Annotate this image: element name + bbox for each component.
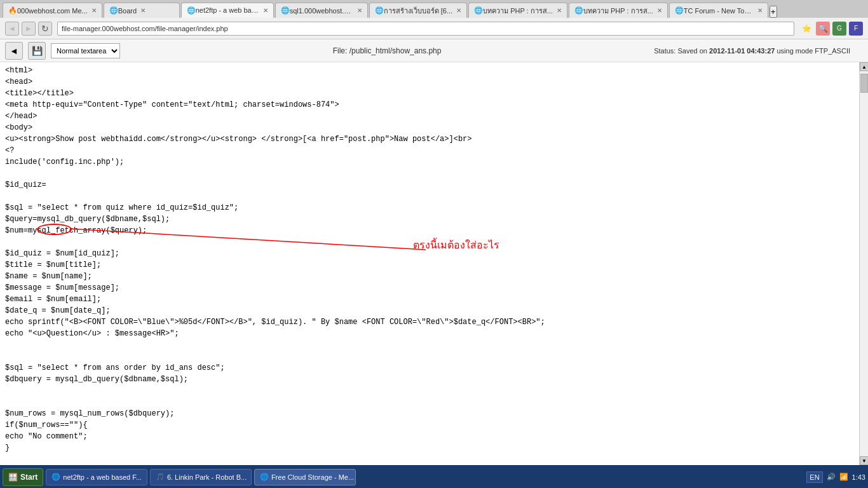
taskbar-item-1-label: net2ftp - a web based F... — [63, 473, 142, 481]
fm-status: Status: Saved on 2012-11-01 04:43:27 usi… — [654, 47, 863, 55]
code-line: echo "No comment"; — [5, 431, 854, 442]
tab-8[interactable]: 🌐 TC Forum - New Top... ✕ — [669, 3, 768, 18]
code-line: <u><strong>Show post webthaidd.com</stro… — [5, 133, 854, 145]
reload-button[interactable]: ↻ — [38, 22, 52, 36]
scrollbar[interactable]: ▲ ▼ — [859, 62, 868, 465]
search-icon[interactable]: 🔍 — [816, 22, 830, 36]
tab-8-close[interactable]: ✕ — [757, 7, 763, 14]
navigation-bar: ◄ ► ↻ file-manager.000webhost.com/file-m… — [0, 18, 868, 39]
tab-4-label: sql1.000webhost.co... — [290, 7, 353, 15]
scroll-track[interactable] — [860, 71, 868, 456]
start-button[interactable]: 🪟 Start — [3, 468, 43, 486]
code-line — [5, 339, 854, 351]
tab-2-close[interactable]: ✕ — [140, 7, 146, 14]
code-line: $sql = "select * from ans order by id_an… — [5, 362, 854, 374]
code-line: $num=mysql_fetch_array($query); — [5, 225, 854, 236]
code-line: <head> — [5, 76, 854, 88]
save-fm-button[interactable]: 💾 — [28, 42, 46, 60]
tab-6[interactable]: 🌐 บทความ PHP : การส... ✕ — [468, 3, 567, 18]
code-line: $query=mysql_db_query($dbname,$sql); — [5, 214, 854, 225]
tab-3[interactable]: 🌐 net2ftp - a web base... ✕ — [181, 3, 274, 18]
file-path-label: File: /public_html/show_ans.php — [125, 46, 649, 55]
tab-2-icon: 🌐 — [109, 6, 118, 15]
tab-5-close[interactable]: ✕ — [456, 7, 461, 14]
tab-bar: 🔥 000webhost.com Me... ✕ 🌐 Board ✕ 🌐 net… — [0, 0, 868, 18]
start-icon: 🪟 — [8, 473, 18, 482]
tab-7-label: บทความ PHP : การส... — [583, 5, 653, 17]
tab-1-close[interactable]: ✕ — [92, 7, 97, 14]
code-line: echo "<u>Question</u> : $message<HR>"; — [5, 328, 854, 339]
taskbar-item-1-icon: 🌐 — [51, 473, 60, 481]
taskbar: 🪟 Start 🌐 net2ftp - a web based F... 🎵 6… — [0, 465, 868, 488]
back-fm-icon: ◄ — [10, 46, 18, 56]
tab-4-close[interactable]: ✕ — [357, 7, 362, 14]
tab-3-icon: 🌐 — [187, 6, 196, 15]
mode-select[interactable]: Normal textarea — [51, 43, 120, 58]
tab-4-icon: 🌐 — [281, 6, 290, 15]
code-line: $sql = "select * from quiz where id_quiz… — [5, 202, 854, 214]
code-line: <html> — [5, 65, 854, 76]
status-mode: using mode FTP_ASCII — [775, 47, 850, 55]
code-line: $num_rows = mysql_num_rows($dbquery); — [5, 408, 854, 419]
scroll-up-button[interactable]: ▲ — [860, 62, 868, 71]
tab-1-icon: 🔥 — [8, 6, 17, 15]
taskbar-right: EN 🔊 📶 1:43 — [806, 471, 865, 483]
tab-3-close[interactable]: ✕ — [263, 7, 268, 14]
back-button[interactable]: ◄ — [5, 22, 19, 36]
code-line: <body> — [5, 122, 854, 133]
tab-7[interactable]: 🌐 บทความ PHP : การส... ✕ — [569, 3, 668, 18]
bookmark-icon[interactable]: ⭐ — [799, 22, 813, 36]
code-line: } — [5, 442, 854, 454]
taskbar-item-2[interactable]: 🎵 6. Linkin Park - Robot B... — [150, 469, 252, 485]
system-tray-icon-1: 🔊 — [827, 473, 836, 481]
nav-icons: ⭐ 🔍 G F — [799, 22, 863, 36]
code-line: $date_q = $num[date_q]; — [5, 305, 854, 316]
code-line: <? — [5, 145, 854, 156]
code-line: $email = $num[email]; — [5, 294, 854, 305]
clock: 1:43 — [852, 473, 865, 481]
tab-8-label: TC Forum - New Top... — [684, 7, 754, 15]
forward-button[interactable]: ► — [22, 22, 36, 36]
addon-icon-2[interactable]: F — [849, 22, 863, 36]
code-line: $id_quiz= — [5, 179, 854, 191]
scroll-down-button[interactable]: ▼ — [860, 456, 868, 465]
status-text: Status: Saved on — [654, 47, 709, 55]
code-line: $title = $num[title]; — [5, 259, 854, 271]
code-line — [5, 236, 854, 248]
taskbar-item-1[interactable]: 🌐 net2ftp - a web based F... — [46, 469, 147, 485]
tab-1-label: 000webhost.com Me... — [17, 7, 88, 15]
code-line: $message = $num[message]; — [5, 282, 854, 294]
code-line — [5, 385, 854, 396]
tab-5-icon: 🌐 — [375, 6, 384, 15]
address-bar[interactable]: file-manager.000webhost.com/file-manager… — [57, 22, 794, 36]
tab-1[interactable]: 🔥 000webhost.com Me... ✕ — [3, 3, 102, 18]
address-text: file-manager.000webhost.com/file-manager… — [62, 25, 228, 32]
code-line — [5, 168, 854, 179]
scroll-thumb[interactable] — [860, 74, 868, 93]
tab-2[interactable]: 🌐 Board ✕ — [104, 3, 180, 18]
tab-6-icon: 🌐 — [474, 6, 483, 15]
tab-4[interactable]: 🌐 sql1.000webhost.co... ✕ — [275, 3, 368, 18]
status-date: 2012-11-01 04:43:27 — [709, 47, 775, 55]
code-line: <title></title> — [5, 88, 854, 99]
lang-indicator: EN — [806, 471, 822, 483]
code-line: include('config.inc.php'); — [5, 156, 854, 168]
code-editor[interactable]: <html><head><title></title><meta http-eq… — [0, 62, 859, 465]
code-line — [5, 396, 854, 408]
tab-5-label: การสร้างเว็บบอร์ด [6... — [384, 5, 452, 17]
addon-icon-1[interactable]: G — [832, 22, 846, 36]
new-tab-button[interactable]: + — [770, 6, 777, 18]
tab-6-close[interactable]: ✕ — [557, 7, 562, 14]
start-label: Start — [20, 473, 37, 482]
tab-7-icon: 🌐 — [574, 6, 583, 15]
code-line — [5, 351, 854, 362]
code-line: $name = $num[name]; — [5, 271, 854, 282]
tab-5[interactable]: 🌐 การสร้างเว็บบอร์ด [6... ✕ — [369, 3, 467, 18]
tab-3-label: net2ftp - a web base... — [196, 6, 259, 14]
tab-8-icon: 🌐 — [675, 6, 684, 15]
save-fm-icon: 💾 — [32, 46, 43, 56]
tab-2-label: Board — [118, 7, 137, 15]
taskbar-item-3[interactable]: 🌐 Free Cloud Storage - Me... — [254, 469, 356, 485]
back-fm-button[interactable]: ◄ — [5, 42, 23, 60]
tab-7-close[interactable]: ✕ — [657, 7, 662, 14]
